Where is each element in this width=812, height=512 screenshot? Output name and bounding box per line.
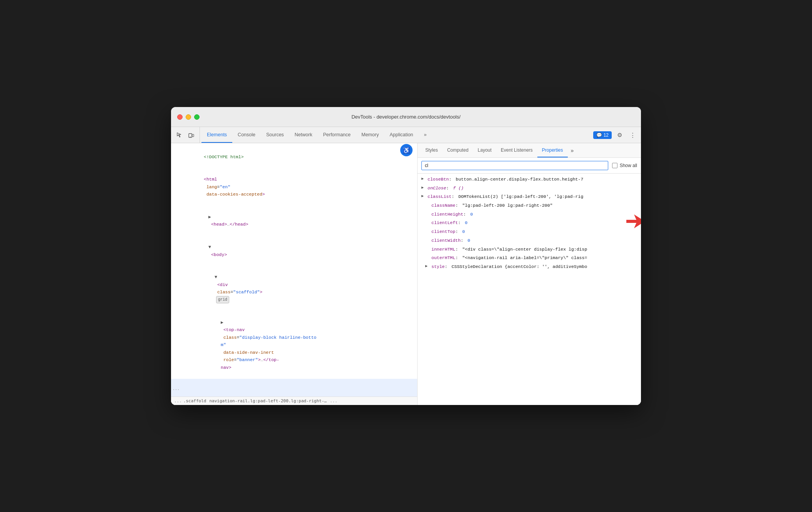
elements-panel: ♿ <!DOCTYPE html> <html lang="en" data-c… [171,143,418,405]
prop-onClose[interactable]: ▶ onClose : f () [418,184,641,193]
settings-button[interactable]: ⚙ [614,130,625,141]
doctype-line: <!DOCTYPE html> [171,146,417,168]
tab-elements[interactable]: Elements [201,127,232,143]
device-toolbar-icon[interactable] [186,130,196,141]
close-button[interactable] [177,114,183,120]
prop-classList[interactable]: ▶ classList : DOMTokenList(2) ['lg:pad-l… [418,192,641,201]
navigation-rail-line[interactable]: ··· ▶ <navigation-rail aria-label="prima… [171,379,417,397]
prop-outerHTML[interactable]: ▶ outerHTML : "<navigation-rail aria-lab… [418,254,641,263]
show-all-label: Show all [620,163,637,168]
tab-properties[interactable]: Properties [537,143,568,157]
grid-badge: grid [216,296,229,303]
tab-layout[interactable]: Layout [473,143,496,157]
right-panel: Styles Computed Layout Event Listeners P… [418,143,641,405]
more-options-button[interactable]: ⋮ [627,130,638,141]
chat-icon: 💬 [596,132,602,138]
show-all-wrap: Show all [612,163,637,168]
tab-more-right[interactable]: » [568,143,577,157]
title-bar: DevTools - developer.chrome.com/docs/dev… [171,107,641,127]
expand-arrow[interactable]: ▶ [421,176,426,182]
devtools-body: ♿ <!DOCTYPE html> <html lang="en" data-c… [171,143,641,405]
expand-arrow[interactable]: ▶ [421,193,426,200]
prop-className[interactable]: ▶ className : "lg:pad-left-200 lg:pad-ri… [418,201,641,210]
right-panel-tabs: Styles Computed Layout Event Listeners P… [418,143,641,158]
elements-breadcrumb: ... .scaffold navigation-rail.lg:pad-lef… [171,397,417,405]
tab-more[interactable]: » [419,127,432,143]
tab-computed[interactable]: Computed [443,143,473,157]
tab-styles[interactable]: Styles [421,143,443,157]
red-arrow-indicator [626,214,641,230]
prop-clientLeft[interactable]: ▶ clientLeft : 0 [418,219,641,228]
head-line: ▶ <head>…</head> [171,206,417,236]
show-all-checkbox[interactable] [612,163,617,168]
devtools-toolbar: Elements Console Sources Network Perform… [171,127,641,143]
tab-sources[interactable]: Sources [261,127,289,143]
breadcrumb-nav-rail[interactable]: navigation-rail.lg:pad-left-200.lg:pad-r… [209,398,327,403]
scaffold-line: ▼ <div class="scaffold"> grid [171,266,417,311]
devtools-tabs: Elements Console Sources Network Perform… [201,127,593,143]
top-nav-line: ▶ <top-nav class="display-block hairline… [171,311,417,379]
properties-search-input[interactable] [421,161,608,170]
properties-search-bar: Show all [418,158,641,174]
html-tag-line: <html lang="en" data-cookies-accepted> [171,168,417,206]
expand-arrow[interactable]: ▶ [425,263,430,270]
accessibility-button[interactable]: ♿ [400,144,413,156]
inspect-element-icon[interactable] [174,130,185,141]
prop-clientTop[interactable]: ▶ clientTop : 0 [418,228,641,236]
body-line: ▼ <body> [171,236,417,266]
properties-content: ▶ closeBtn : button.align-center.display… [418,174,641,405]
minimize-button[interactable] [186,114,191,120]
expand-arrow[interactable]: ▶ [421,184,426,191]
prop-closeBtn[interactable]: ▶ closeBtn : button.align-center.display… [418,175,641,184]
tab-event-listeners[interactable]: Event Listeners [496,143,537,157]
notification-badge-button[interactable]: 💬 12 [593,131,612,139]
tab-memory[interactable]: Memory [356,127,384,143]
prop-clientWidth[interactable]: ▶ clientWidth : 0 [418,236,641,245]
svg-marker-3 [626,214,641,228]
tab-performance[interactable]: Performance [318,127,356,143]
svg-rect-1 [192,134,194,137]
tab-application[interactable]: Application [384,127,418,143]
elements-tree[interactable]: ♿ <!DOCTYPE html> <html lang="en" data-c… [171,143,417,397]
prop-innerHTML[interactable]: ▶ innerHTML : "<div class=\"align-center… [418,245,641,254]
window-title: DevTools - developer.chrome.com/docs/dev… [351,114,460,120]
tab-network[interactable]: Network [289,127,318,143]
search-input-wrap [421,161,608,170]
svg-point-2 [190,136,191,137]
tab-console[interactable]: Console [232,127,261,143]
devtools-window: DevTools - developer.chrome.com/docs/dev… [171,107,641,405]
breadcrumb-scaffold[interactable]: .scaffold [183,398,206,403]
prop-clientHeight[interactable]: ▶ clientHeight : 0 [418,210,641,219]
prop-style[interactable]: ▶ style : CSSStyleDeclaration {accentCol… [418,263,641,271]
traffic-lights [177,114,200,120]
toolbar-icons [174,127,200,143]
toolbar-right: 💬 12 ⚙ ⋮ [593,127,638,143]
maximize-button[interactable] [194,114,200,120]
